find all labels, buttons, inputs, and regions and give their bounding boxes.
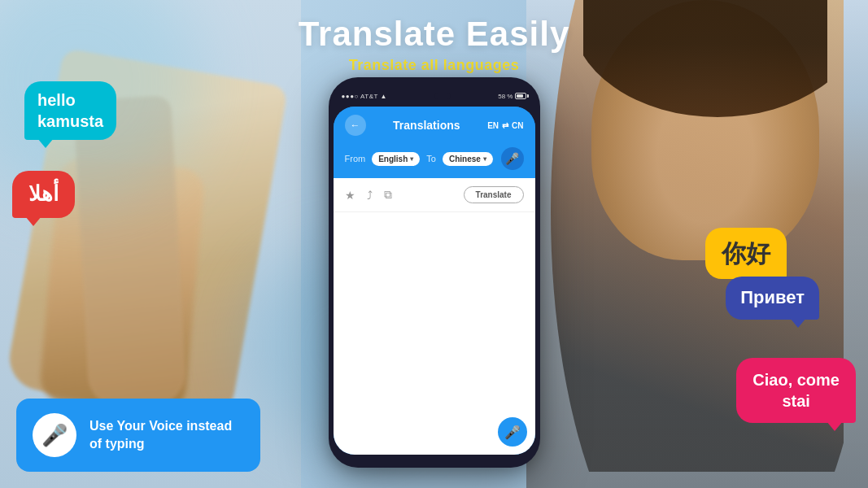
lang-to-value: Chinese <box>449 155 481 163</box>
mic-button-top[interactable]: 🎤 <box>501 147 524 170</box>
bubble-arabic: أهلا <box>12 171 75 218</box>
bubble-hello-text: hellokamusta <box>37 91 103 130</box>
bubble-italian: Ciao, comestai <box>736 358 856 423</box>
lang-from-dropdown[interactable]: English ▾ <box>372 152 420 166</box>
screen-content: 🎤 <box>334 212 535 455</box>
bubble-russian-text: Привет <box>740 287 805 307</box>
bubble-chinese: 你好 <box>705 228 787 279</box>
app-title: Translate Easily <box>0 15 868 54</box>
mic-float-icon: 🎤 <box>504 425 521 440</box>
screen-white-area: ★ ⤴ ⧉ Translate 🎤 <box>334 178 535 455</box>
battery-icon <box>515 93 526 99</box>
bubble-arabic-text: أهلا <box>28 181 59 206</box>
bubble-chinese-text: 你好 <box>722 240 770 267</box>
battery-status: 58 % <box>498 93 526 100</box>
screen-title: Translations <box>393 119 460 132</box>
mic-icon-large: 🎤 <box>41 423 68 448</box>
lang-to-dropdown[interactable]: Chinese ▾ <box>443 152 493 166</box>
screen-topbar: ← Translations EN ⇄ CN <box>334 107 535 142</box>
phone-notch <box>434 93 451 99</box>
phone-mockup: ●●●○ AT&T ▲ 58 % ← Translations EN ⇄ CN … <box>329 77 540 468</box>
to-label: To <box>426 154 436 163</box>
bubble-hello: hellokamusta <box>24 81 116 140</box>
bottom-panel: 🎤 Use Your Voice insteadof typing <box>16 399 260 472</box>
copy-icon[interactable]: ⧉ <box>384 188 392 202</box>
mic-circle-large: 🎤 <box>33 413 76 457</box>
lang-from-short: EN <box>487 121 499 130</box>
bubble-italian-text: Ciao, comestai <box>752 371 840 410</box>
bubble-arabic-tail <box>25 216 41 226</box>
from-label: From <box>345 154 366 163</box>
translate-button[interactable]: Translate <box>464 186 524 203</box>
dropdown-arrow-from: ▾ <box>410 155 413 163</box>
app-subtitle: Translate all languages <box>0 57 868 74</box>
dropdown-arrow-to: ▾ <box>483 155 486 163</box>
bottom-panel-text: Use Your Voice insteadof typing <box>89 417 232 454</box>
phone-screen: ← Translations EN ⇄ CN From English ▾ To… <box>334 107 535 455</box>
bubble-italian-tail <box>827 421 843 431</box>
lang-pair-display: EN ⇄ CN <box>487 121 523 130</box>
bubble-russian-tail <box>790 318 806 328</box>
action-row: ★ ⤴ ⧉ Translate <box>334 178 535 212</box>
signal-status: ●●●○ AT&T ▲ <box>342 93 387 100</box>
from-to-row: From English ▾ To Chinese ▾ 🎤 <box>334 142 535 178</box>
mic-icon-top: 🎤 <box>505 152 519 165</box>
share-icon[interactable]: ⤴ <box>367 189 373 202</box>
bubble-russian: Привет <box>726 277 819 320</box>
lang-from-value: English <box>378 155 408 163</box>
bubble-tail <box>37 138 54 148</box>
swap-icon: ⇄ <box>502 121 508 130</box>
status-bar: ●●●○ AT&T ▲ 58 % <box>334 87 535 105</box>
star-icon[interactable]: ★ <box>345 189 355 202</box>
lang-to-short: CN <box>512 121 523 130</box>
header: Translate Easily Translate all languages <box>0 15 868 74</box>
mic-float-button[interactable]: 🎤 <box>498 417 527 447</box>
back-button[interactable]: ← <box>345 115 366 136</box>
back-arrow-icon: ← <box>351 120 360 131</box>
